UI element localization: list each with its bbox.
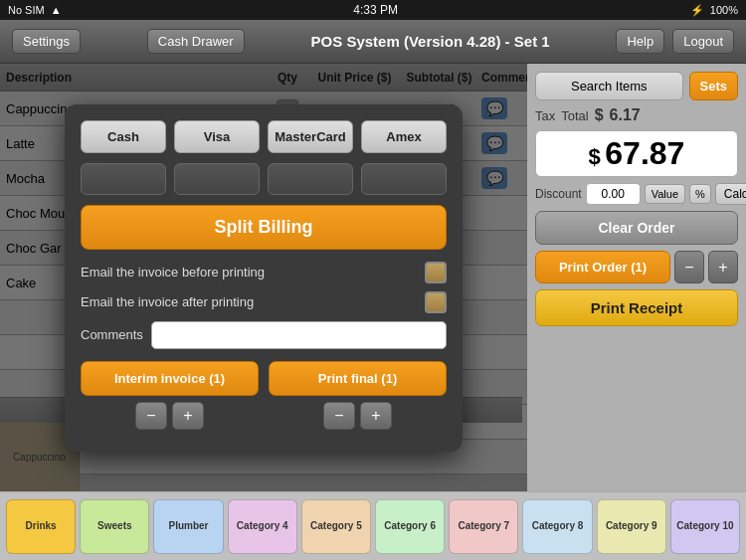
clear-order-button[interactable]: Clear Order	[535, 211, 738, 245]
time-label: 4:33 PM	[353, 3, 398, 17]
big-dollar-sign: $	[589, 144, 601, 169]
empty-btn-1[interactable]	[81, 163, 166, 195]
comments-input[interactable]	[151, 321, 447, 349]
category-button-6[interactable]: Category 6	[375, 499, 445, 554]
total-symbol: $	[595, 106, 604, 124]
category-button-9[interactable]: Category 9	[597, 499, 666, 554]
battery-label: 100%	[710, 4, 738, 16]
help-button[interactable]: Help	[616, 29, 664, 54]
interim-invoice-button[interactable]: Interim invoice (1)	[81, 361, 259, 396]
category-button-4[interactable]: Category 4	[228, 499, 297, 554]
print-final-button[interactable]: Print final (1)	[269, 361, 447, 396]
print-order-minus[interactable]: −	[674, 251, 704, 283]
discount-input[interactable]	[586, 183, 641, 205]
secondary-buttons	[81, 163, 447, 195]
total-small-amount: 6.17	[610, 106, 641, 124]
interim-group: Interim invoice (1) − +	[81, 361, 259, 430]
logout-button[interactable]: Logout	[672, 29, 734, 54]
comments-row: Comments	[81, 321, 447, 349]
visa-button[interactable]: Visa	[174, 120, 260, 153]
cash-button[interactable]: Cash	[81, 120, 166, 153]
print-order-plus[interactable]: +	[708, 251, 738, 283]
category-button-2[interactable]: Sweets	[80, 499, 149, 554]
category-button-7[interactable]: Category 7	[449, 499, 518, 554]
interim-stepper: − +	[135, 402, 204, 430]
percent-button[interactable]: %	[689, 184, 711, 204]
comments-label: Comments	[81, 327, 143, 342]
cash-drawer-button[interactable]: Cash Drawer	[147, 29, 245, 54]
big-total-display: $ 67.87	[535, 130, 738, 177]
print-order-row: Print Order (1) − +	[535, 251, 738, 283]
top-action-buttons: Search Items Sets	[535, 72, 738, 100]
calculate-button[interactable]: Calculate	[715, 183, 746, 205]
print-receipt-button[interactable]: Print Receipt	[535, 289, 738, 326]
split-billing-button[interactable]: Split Billing	[81, 205, 447, 250]
discount-row: Discount Value % Calculate	[535, 183, 738, 205]
tax-label: Tax	[535, 108, 555, 123]
nav-bar: Settings Cash Drawer POS System (Version…	[0, 20, 746, 64]
discount-label: Discount	[535, 187, 582, 201]
print-final-plus-button[interactable]: +	[360, 402, 392, 430]
search-items-button[interactable]: Search Items	[535, 72, 683, 100]
amex-button[interactable]: Amex	[361, 120, 447, 153]
settings-button[interactable]: Settings	[12, 29, 81, 54]
modal-action-row: Interim invoice (1) − + Print final (1) …	[81, 361, 447, 430]
empty-btn-4[interactable]	[361, 163, 447, 195]
category-button-5[interactable]: Category 5	[301, 499, 371, 554]
email-before-checkbox[interactable]	[425, 262, 447, 283]
sets-button[interactable]: Sets	[689, 72, 738, 100]
print-final-minus-button[interactable]: −	[323, 402, 355, 430]
category-button-8[interactable]: Category 8	[522, 499, 592, 554]
email-before-row: Email the invoice before printing	[81, 262, 447, 283]
total-label: Total	[561, 108, 588, 123]
wifi-icon: ▲	[51, 4, 62, 16]
big-amount: 67.87	[605, 135, 684, 171]
carrier-label: No SIM	[8, 4, 45, 16]
email-before-label: Email the invoice before printing	[81, 265, 265, 280]
status-bar: No SIM ▲ 4:33 PM ⚡ 100%	[0, 0, 746, 20]
category-bar: DrinksSweetsPlumberCategory 4Category 5C…	[0, 491, 746, 560]
interim-plus-button[interactable]: +	[172, 402, 204, 430]
print-final-group: Print final (1) − +	[269, 361, 447, 430]
empty-btn-3[interactable]	[268, 163, 353, 195]
right-panel: Search Items Sets Tax Total $ 6.17 $ 67.…	[527, 64, 746, 491]
category-button-1[interactable]: Drinks	[6, 499, 76, 554]
category-button-3[interactable]: Plumber	[153, 499, 223, 554]
print-final-stepper: − +	[323, 402, 392, 430]
payment-buttons: Cash Visa MasterCard Amex	[81, 120, 447, 153]
email-after-checkbox[interactable]	[425, 291, 447, 313]
print-order-button[interactable]: Print Order (1)	[535, 251, 670, 283]
email-after-label: Email the invoice after printing	[81, 294, 254, 309]
category-button-10[interactable]: Category 10	[670, 499, 740, 554]
value-button[interactable]: Value	[645, 184, 685, 204]
table-area: Description Qty Unit Price ($) Subtotal …	[0, 64, 527, 491]
app-title: POS System (Version 4.28) - Set 1	[311, 33, 550, 50]
bluetooth-icon: ⚡	[690, 4, 704, 17]
mastercard-button[interactable]: MasterCard	[268, 120, 353, 153]
billing-modal: Cash Visa MasterCard Amex Split Billing …	[65, 104, 463, 452]
tax-total-row: Tax Total $ 6.17	[535, 106, 738, 124]
email-after-row: Email the invoice after printing	[81, 291, 447, 313]
empty-btn-2[interactable]	[174, 163, 260, 195]
interim-minus-button[interactable]: −	[135, 402, 167, 430]
modal-overlay: Cash Visa MasterCard Amex Split Billing …	[0, 64, 527, 491]
